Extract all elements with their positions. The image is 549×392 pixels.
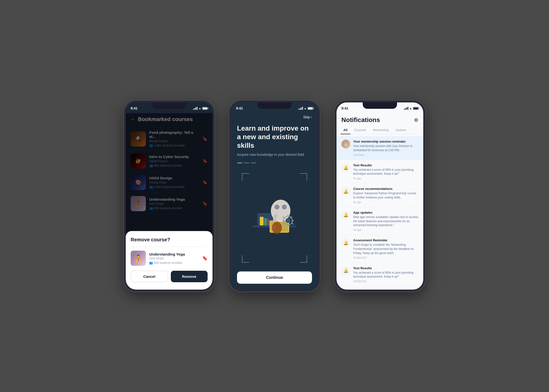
illustration-svg [245,189,304,247]
modal-course-name: Understanding Yoga [149,252,199,256]
modal-bookmark-icon: 🔖 [202,256,208,261]
modal-students-icon: 👥 [149,261,153,265]
notif-item-mentorship[interactable]: L Your mentorship session reminder Your … [337,136,423,160]
continue-button[interactable]: Continue [237,271,312,284]
tab-all[interactable]: All [340,126,350,134]
notif-body-app: App updates New app version available! U… [353,211,418,231]
svg-rect-13 [272,224,276,232]
tab-system[interactable]: System [393,126,409,134]
bracket-tl [242,173,249,181]
battery-icon-3 [413,107,418,110]
signal-icon-2 [299,107,303,110]
remove-button[interactable]: Remove [171,271,208,282]
phone-3: 9:41 ▲ Notifications ⚙ All Courses Mento… [335,100,425,292]
notification-tabs: All Courses Mentorship System [337,126,423,134]
phone3-content: Notifications ⚙ All Courses Mentorship S… [337,113,423,290]
onboarding-subheading: Acquire new knowledge in your desired fi… [237,153,312,157]
dot-1 [237,162,242,163]
svg-rect-4 [267,219,270,225]
svg-point-9 [282,205,287,209]
wifi-icon-2: ▲ [304,107,307,110]
cancel-button[interactable]: Cancel [131,271,168,282]
notif-bell-test2: 🔔 [341,266,350,275]
dot-2 [244,162,249,163]
tab-mentorship[interactable]: Mentorship [370,126,392,134]
notif-body-test2: Test Results You achieved a score of 95%… [353,266,418,283]
notif-time-app: 2d ago [353,228,418,231]
phone-1: 9:41 ▲ ← Bookmarked courses 🍳 [124,100,214,292]
svg-point-8 [274,205,279,209]
notif-time-test1: 3h ago [353,177,418,180]
notif-item-courses[interactable]: 🔔 Course recommendations Explore 'Advanc… [337,184,423,207]
notif-body-test1: Test Results You achieved a score of 95%… [353,163,418,180]
notif-title-test2: Test Results [353,266,418,270]
modal-title: Remove course? [131,237,208,243]
svg-point-11 [286,218,290,223]
bracket-br [300,255,307,263]
remove-course-modal: Remove course? 🧘 Understanding Yoga Amir… [126,231,212,290]
phone-2: 9:41 ▲ Skip › Learn and improve on a new… [229,100,320,292]
notif-time-test2: 10/06/2022 [353,280,418,283]
signal-icon-3 [404,107,408,110]
notif-title-courses: Course recommendations [353,187,418,191]
notif-text-test1: You achieved a score of 95% in your plum… [353,168,418,176]
notif-body-courses: Course recommendations Explore 'Advanced… [353,187,418,204]
status-icons-1: ▲ [193,107,208,110]
notif-bell-courses: 🔔 [341,187,350,196]
battery-icon-2 [308,107,313,110]
notif-title-app: App updates [353,211,418,214]
notch-3 [363,102,397,109]
signal-icon-1 [193,107,198,110]
notifications-header: Notifications ⚙ [337,113,423,126]
status-icons-2: ▲ [299,107,313,110]
status-time-2: 9:41 [236,106,243,110]
status-time-3: 9:41 [341,106,348,110]
modal-overlay: Remove course? 🧘 Understanding Yoga Amir… [126,113,212,290]
notification-list: L Your mentorship session reminder Your … [337,134,423,286]
modal-divider [131,246,208,247]
notif-time-assessment: 07/06/2022 [353,256,418,259]
modal-course-instructor: Amir Khafir [149,257,199,260]
skip-button[interactable]: Skip › [237,113,312,124]
notif-text-courses: Explore 'Advanced Python Programming' co… [353,191,418,200]
notif-time-mentorship: Just Now. [353,153,418,156]
onboarding-illustration [237,168,312,268]
notif-item-test1[interactable]: 🔔 Test Results You achieved a score of 9… [337,160,423,184]
bracket-bl [242,255,249,263]
status-icons-3: ▲ [404,107,418,110]
notch-2 [257,102,292,109]
bracket-tr [300,173,307,181]
notif-text-app: New app version available! Update now to… [353,215,418,227]
modal-course-students: 👥 400 students enrolled [149,261,199,265]
tab-courses[interactable]: Courses [351,126,369,134]
notifications-title: Notifications [341,116,380,124]
notif-bell-assessment: 🔔 [341,238,350,247]
notif-text-assessment: 'Don't forget to complete the 'Networkin… [353,243,418,255]
svg-rect-2 [260,217,263,225]
wifi-icon-1: ▲ [199,107,201,110]
notif-text-test2: You achieved a score of 95% in your plum… [353,271,418,279]
modal-buttons: Cancel Remove [131,271,208,282]
notif-bell-app: 🔔 [341,211,350,220]
filter-icon[interactable]: ⚙ [414,117,418,123]
notif-avatar-mentorship: L [341,140,350,148]
phone1-content: ← Bookmarked courses 🍳 Food photography:… [126,113,212,290]
status-time-1: 9:41 [131,106,137,110]
notif-body-assessment: Assessment Reminder 'Don't forget to com… [353,238,418,259]
notif-text-mentorship: Your mentorship session with Lisa Johnso… [353,144,418,152]
notif-bell-test1: 🔔 [341,163,350,172]
phone2-content: Skip › Learn and improve on a new and ex… [231,113,318,290]
dot-3 [251,162,256,163]
modal-course-info: Understanding Yoga Amir Khafir 👥 400 stu… [149,252,199,265]
battery-icon-1 [202,107,208,110]
notch-1 [152,102,186,109]
onboarding-dots [237,162,312,163]
notif-item-assessment[interactable]: 🔔 Assessment Reminder 'Don't forget to c… [337,235,423,263]
notif-body-mentorship: Your mentorship session reminder Your me… [353,140,418,156]
notif-title-assessment: Assessment Reminder [353,238,418,242]
notif-title-mentorship: Your mentorship session reminder [353,140,418,143]
notif-item-app[interactable]: 🔔 App updates New app version available!… [337,207,423,235]
notif-title-test1: Test Results [353,163,418,167]
modal-thumb: 🧘 [131,251,146,266]
notif-item-test2[interactable]: 🔔 Test Results You achieved a score of 9… [337,263,423,286]
